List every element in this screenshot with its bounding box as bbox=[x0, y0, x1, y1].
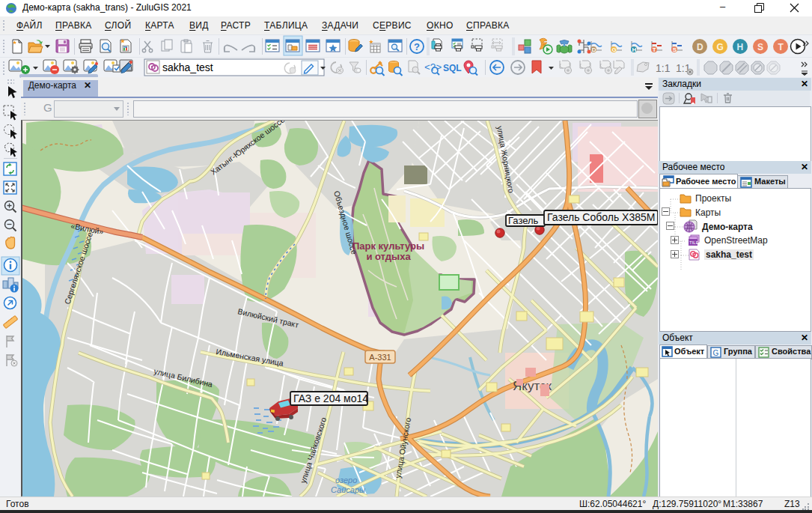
svg-text:S: S bbox=[757, 42, 763, 52]
svg-text:sakha_test: sakha_test bbox=[162, 61, 213, 73]
svg-text:D: D bbox=[697, 42, 703, 52]
svg-text:T: T bbox=[778, 42, 784, 52]
svg-text:G: G bbox=[717, 42, 724, 52]
svg-text:H: H bbox=[737, 42, 744, 52]
svg-text:Парк культуры: Парк культуры bbox=[352, 240, 424, 252]
svg-text:ГАЗ е 204 мо14: ГАЗ е 204 мо14 bbox=[293, 392, 368, 404]
svg-text:1:1: 1:1 bbox=[656, 62, 671, 74]
svg-text:Газель Соболь Х385М: Газель Соболь Х385М bbox=[547, 211, 655, 223]
svg-text:?: ? bbox=[414, 41, 420, 52]
svg-text:Сайсары: Сайсары bbox=[331, 485, 365, 494]
svg-text:S: S bbox=[673, 46, 677, 53]
svg-text:TILE: TILE bbox=[689, 240, 699, 245]
svg-text:Газель: Газель bbox=[508, 215, 539, 226]
svg-text:SQL: SQL bbox=[443, 63, 462, 73]
svg-text:G: G bbox=[611, 46, 616, 53]
svg-text:озеро: озеро bbox=[335, 476, 357, 485]
svg-text:G: G bbox=[713, 349, 719, 357]
svg-text:и отдыха: и отдыха bbox=[366, 251, 411, 262]
svg-text:А-331: А-331 bbox=[369, 353, 391, 362]
svg-text:T: T bbox=[653, 46, 656, 53]
svg-text:H: H bbox=[632, 46, 636, 53]
svg-text:D: D bbox=[592, 46, 596, 53]
